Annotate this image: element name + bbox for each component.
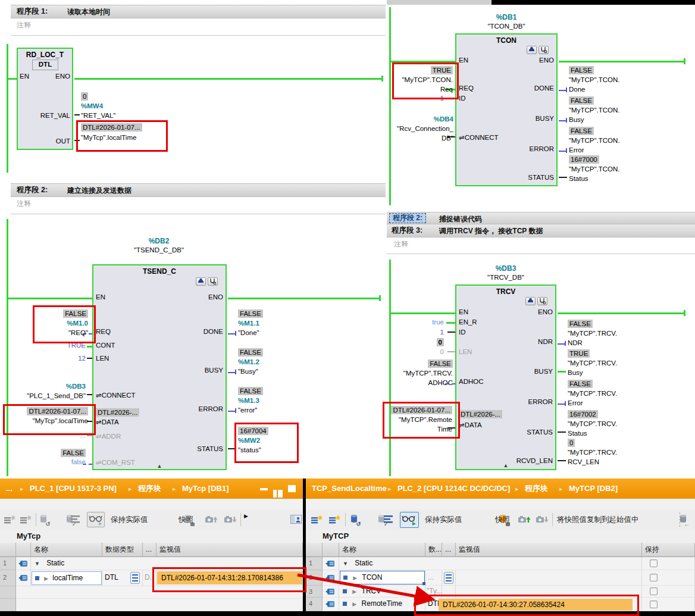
operand-name[interactable]: DB"	[387, 133, 453, 143]
discard-values-icon[interactable]: ↺	[39, 514, 48, 525]
operand-name[interactable]: "PLC_1_Send_DB"	[6, 391, 86, 401]
tsend-busy-operand[interactable]: FALSE %M1.2 "Busy"	[238, 348, 263, 376]
rd-loc-t-type[interactable]: DTL	[32, 60, 58, 70]
keep-actual-values-label[interactable]: 保持实际值	[111, 509, 148, 530]
tcon-error-operand[interactable]: FALSE "MyTCP".TCON. Error	[569, 126, 619, 155]
operand-name[interactable]: "error"	[238, 405, 263, 415]
breadcrumb-item[interactable]: 程序块	[525, 479, 548, 499]
overflow-arrow-icon[interactable]: ▶	[244, 513, 248, 519]
operand-name[interactable]: "MyTCP".TCON.	[569, 136, 619, 145]
insert-row-icon[interactable]	[4, 514, 16, 526]
operand-name[interactable]: "MyTCP".TRCV.	[568, 329, 617, 338]
network-r3-header[interactable]: 程序段 3: 调用TRCV 指令， 接收TCP 数据	[387, 224, 695, 237]
expand-right-icon[interactable]: ▶	[353, 575, 357, 581]
tsend-db-address[interactable]: %DB2	[99, 237, 218, 245]
db1-title-bar[interactable]: ... ▸ PLC_1 [CPU 1517-3 PN] ▸ 程序块 ▸ MyTc…	[0, 479, 303, 499]
retain-checkbox[interactable]	[650, 601, 658, 608]
operand-name[interactable]: "MyTCP".TRCV.	[568, 389, 617, 398]
tsend-db-name[interactable]: "TSEND_C_DB"	[99, 246, 218, 254]
datatype-cell[interactable]: DTL	[102, 570, 143, 586]
breadcrumb-item[interactable]: MyTCP [DB2]	[569, 479, 618, 499]
tcon-db-name[interactable]: "TCON_DB"	[447, 23, 566, 30]
minimize-icon[interactable]	[260, 488, 268, 490]
name-cell-localtime[interactable]: ▶ localTime	[32, 571, 102, 585]
db2-title-bar[interactable]: TCP_SendLocaltime ▸ PLC_2 [CPU 1214C DC/…	[306, 479, 695, 499]
operand-name[interactable]: Done	[569, 85, 619, 94]
trcv-busy-operand[interactable]: TRUE "MyTCP".TRCV. Busy	[568, 349, 617, 377]
operand-name[interactable]: Error	[569, 145, 619, 155]
operand-name[interactable]: Status	[569, 174, 619, 183]
network-2-comment[interactable]: 注释	[17, 199, 31, 209]
operand-name[interactable]: "MyTCP".TCON.	[569, 75, 619, 85]
collapse-icon[interactable]: ▲	[500, 462, 512, 468]
operand-name[interactable]: Busy	[568, 368, 617, 377]
operand-name[interactable]: "Rcv_Connection_	[387, 124, 453, 133]
monitor-all-icon[interactable]	[400, 512, 419, 528]
maximize-icon[interactable]	[288, 485, 296, 492]
expand-down-icon[interactable]: ▼	[35, 561, 40, 567]
copy-snapshot-label[interactable]: 将快照值复制到起始值中	[557, 509, 639, 530]
row-name[interactable]: TRCV	[362, 587, 381, 595]
operand-name[interactable]: "MyTCP".TRCV.	[568, 419, 617, 429]
breadcrumb-item[interactable]: PLC_1 [CPU 1517-3 PN]	[30, 479, 117, 499]
operand-name[interactable]: Status	[568, 429, 617, 438]
trcv-len-operand[interactable]: 0	[417, 348, 444, 355]
trcv-ndr-operand[interactable]: FALSE "MyTCP".TRCV. NDR	[568, 319, 617, 348]
tsend-com-rst-operand[interactable]: false	[36, 458, 86, 465]
column-header-datatype[interactable]: 数据类型	[102, 543, 143, 557]
block-db-icon[interactable]	[527, 46, 537, 54]
snapshot-label[interactable]: 快照	[495, 509, 510, 530]
snapshot-up-icon[interactable]	[518, 514, 531, 526]
network-r2-header[interactable]: 程序段 2: 捕捉错误代码	[387, 212, 695, 225]
snapshot-up-icon[interactable]	[205, 514, 218, 526]
operand-name[interactable]: RCV_LEN	[568, 457, 617, 467]
operand-name[interactable]: "MyTCP".TRCV.	[568, 358, 617, 368]
tsend-connect-operand[interactable]: %DB3 "PLC_1_Send_DB"	[6, 382, 86, 401]
insert-row-icon[interactable]	[311, 514, 323, 526]
row-name[interactable]: localTime	[52, 574, 83, 582]
network-r2-title[interactable]: 捕捉错误代码	[439, 214, 482, 224]
snapshot-down-icon[interactable]	[536, 514, 549, 526]
monitor-cell[interactable]	[456, 570, 642, 586]
tsend-done-operand[interactable]: FALSE %M1.1 "Done"	[238, 309, 263, 337]
breadcrumb-item[interactable]: TCP_SendLocaltime	[312, 479, 387, 499]
tcon-connect-operand[interactable]: %DB4 "Rcv_Connection_ DB"	[387, 114, 453, 143]
keep-actual-values-label[interactable]: 保持实际值	[425, 509, 462, 530]
breadcrumb-item[interactable]: ...	[6, 479, 12, 499]
network-2-comment-area[interactable]: 注释	[11, 196, 386, 214]
tcon-db-address[interactable]: %DB1	[447, 13, 566, 21]
breadcrumb-item[interactable]: PLC_2 [CPU 1214C DC/DC/DC]	[397, 479, 510, 499]
column-header-name[interactable]: 名称	[31, 543, 102, 557]
block-db-icon[interactable]	[196, 277, 206, 286]
operand-name[interactable]: "Busy"	[238, 367, 263, 376]
network-r3-title[interactable]: 调用TRCV 指令， 接收TCP 数据	[439, 226, 543, 236]
empty-row[interactable]	[16, 599, 303, 611]
column-header-name[interactable]: 名称	[339, 543, 425, 557]
network-1-header[interactable]: 程序段 1: 读取本地时间	[11, 5, 386, 18]
row-name[interactable]: Static	[355, 559, 372, 567]
tsend-len-operand[interactable]: 12	[36, 355, 86, 362]
trcv-db-address[interactable]: %DB3	[446, 264, 565, 273]
expand-rows-icon[interactable]	[383, 515, 394, 525]
tcon-done-operand[interactable]: FALSE "MyTCP".TCON. Done	[569, 65, 619, 94]
block-diagnostics-icon[interactable]	[208, 277, 218, 286]
add-row-icon[interactable]	[328, 514, 341, 526]
trcv-error-operand[interactable]: FALSE "MyTCP".TRCV. Error	[568, 379, 617, 408]
table-row[interactable]: ▶ RemoteTime	[339, 598, 425, 611]
column-header-dots[interactable]: ...	[442, 543, 456, 557]
network-1-title[interactable]: 读取本地时间	[67, 7, 110, 17]
expand-right-icon[interactable]: ▶	[352, 601, 356, 607]
datatype-cell[interactable]: ...	[425, 570, 442, 586]
collapse-icon[interactable]: ▲	[154, 463, 165, 469]
monitor-all-icon[interactable]	[87, 512, 105, 527]
breadcrumb-item[interactable]: 程序块	[138, 479, 161, 499]
network-r2-label[interactable]: 程序段 2:	[389, 213, 426, 223]
expand-right-icon[interactable]: ▶	[44, 576, 48, 581]
row-name[interactable]: TCON	[362, 573, 382, 581]
details-view-icon[interactable]	[290, 515, 302, 525]
table-row[interactable]: ▼ Static	[339, 557, 642, 570]
column-header-retain[interactable]: 保持	[642, 543, 695, 557]
column-header-monitor[interactable]: 监视值	[456, 543, 642, 557]
operand-name[interactable]: "Done"	[238, 328, 263, 337]
trcv-id-operand[interactable]: 1	[417, 329, 444, 336]
